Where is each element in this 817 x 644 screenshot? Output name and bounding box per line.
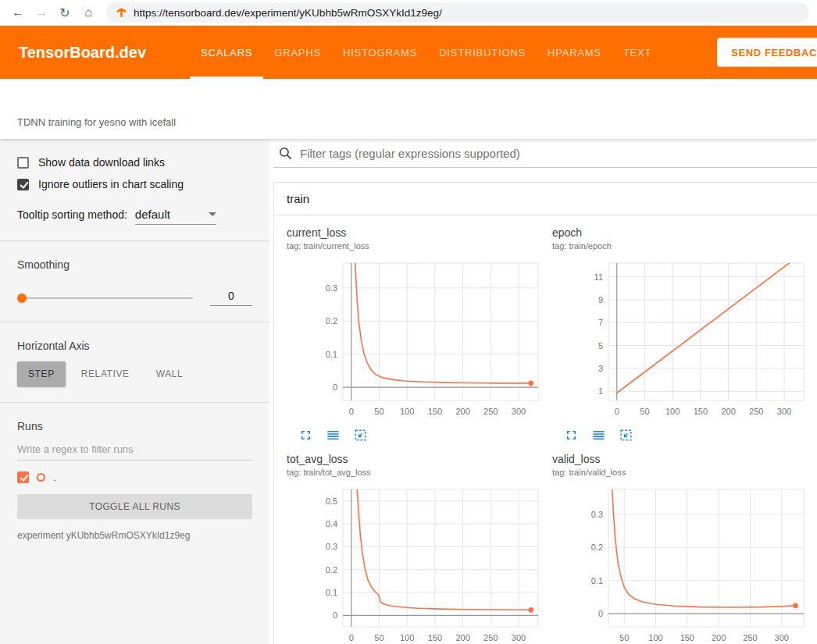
browser-reload-icon[interactable]: ↻	[55, 2, 75, 23]
tag-filter-input[interactable]	[300, 147, 812, 160]
svg-text:150: 150	[694, 407, 708, 416]
axis-relative-button[interactable]: RELATIVE	[70, 361, 141, 386]
axis-step-button[interactable]: STEP	[17, 361, 66, 386]
chart-card-valid-loss: valid_loss tag: train/valid_loss 5010015…	[552, 453, 817, 644]
line-chart[interactable]: 05010015020025030000.10.20.30.40.5	[309, 485, 543, 644]
svg-text:250: 250	[743, 633, 757, 642]
fullscreen-icon[interactable]	[562, 426, 580, 443]
chart-tag: tag: train/epoch	[552, 241, 817, 251]
chevron-down-icon	[209, 212, 216, 216]
data-table-icon[interactable]	[324, 426, 341, 443]
runs-filter-input[interactable]	[17, 439, 252, 461]
tab-graphs[interactable]: GRAPHS	[263, 26, 332, 79]
tab-hparams[interactable]: HPARAMS	[537, 26, 612, 79]
chart-toolbar	[297, 426, 552, 443]
svg-text:0.3: 0.3	[326, 542, 337, 551]
tab-histograms[interactable]: HISTOGRAMS	[332, 26, 428, 79]
line-chart[interactable]: 5010015020025030000.10.20.3	[574, 485, 808, 644]
app-header: TensorBoard.dev SCALARS GRAPHS HISTOGRAM…	[0, 26, 817, 79]
settings-sidebar: Show data download links Ignore outliers…	[0, 139, 269, 644]
dropdown-value: default	[135, 208, 170, 221]
checkbox-icon	[17, 157, 29, 169]
smoothing-label: Smoothing	[17, 258, 252, 271]
search-icon	[278, 146, 293, 161]
main-panel: train current_loss tag: train/current_lo…	[269, 139, 817, 644]
data-table-icon[interactable]	[590, 426, 607, 443]
chart-card-tot-avg-loss: tot_avg_loss tag: train/tot_avg_loss 050…	[287, 453, 552, 644]
tab-distributions[interactable]: DISTRIBUTIONS	[428, 26, 537, 79]
url-text: https://tensorboard.dev/experiment/yKUbh…	[134, 7, 442, 19]
svg-text:300: 300	[777, 407, 791, 416]
run-checkbox-icon[interactable]	[17, 471, 29, 483]
svg-text:0.2: 0.2	[326, 316, 337, 326]
experiment-description-band: TDNN training for yesno with icefall	[0, 79, 817, 139]
fit-domain-icon[interactable]	[617, 426, 634, 443]
svg-text:100: 100	[665, 407, 680, 416]
svg-text:0: 0	[615, 407, 619, 416]
tooltip-sorting-label: Tooltip sorting method:	[17, 208, 127, 221]
toggle-all-runs-button[interactable]: TOGGLE ALL RUNS	[17, 494, 252, 519]
fullscreen-icon[interactable]	[297, 426, 314, 443]
tab-scalars[interactable]: SCALARS	[190, 26, 263, 79]
svg-text:7: 7	[598, 318, 603, 327]
ignore-outliers-checkbox[interactable]: Ignore outliers in chart scaling	[17, 178, 252, 190]
tooltip-sorting-row: Tooltip sorting method: default	[17, 208, 252, 225]
chart-tag: tag: train/current_loss	[287, 241, 552, 251]
show-download-links-checkbox[interactable]: Show data download links	[17, 156, 252, 169]
tag-group-title[interactable]: train	[274, 183, 817, 215]
svg-text:11: 11	[594, 272, 603, 282]
nav-tabs: SCALARS GRAPHS HISTOGRAMS DISTRIBUTIONS …	[190, 26, 662, 79]
svg-text:50: 50	[640, 407, 649, 416]
svg-text:150: 150	[428, 633, 442, 642]
slider-thumb[interactable]	[17, 294, 27, 303]
browser-back-icon[interactable]: ←	[8, 2, 28, 23]
smoothing-slider-row: 0	[17, 290, 252, 306]
run-name: .	[53, 471, 56, 483]
svg-text:0.1: 0.1	[326, 350, 337, 359]
svg-text:0.3: 0.3	[591, 510, 603, 519]
smoothing-value-input[interactable]: 0	[210, 290, 252, 306]
svg-text:250: 250	[483, 633, 498, 642]
experiment-description: TDNN training for yesno with icefall	[17, 116, 176, 128]
run-row[interactable]: .	[17, 471, 252, 483]
browser-home-icon[interactable]: ⌂	[78, 2, 98, 23]
svg-text:200: 200	[455, 407, 469, 416]
svg-text:5: 5	[598, 341, 603, 350]
browser-forward-icon[interactable]: →	[31, 2, 52, 23]
svg-text:300: 300	[775, 633, 789, 642]
fit-domain-icon[interactable]	[351, 426, 369, 443]
svg-text:250: 250	[483, 407, 498, 416]
svg-text:0.5: 0.5	[326, 496, 337, 506]
svg-text:0: 0	[349, 633, 354, 642]
tooltip-sorting-dropdown[interactable]: default	[135, 208, 216, 225]
content: Show data download links Ignore outliers…	[0, 139, 817, 644]
line-chart[interactable]: 0501001502002503001357911	[574, 258, 808, 421]
chart-title: valid_loss	[552, 453, 817, 465]
axis-wall-button[interactable]: WALL	[145, 361, 194, 386]
address-bar[interactable]: https://tensorboard.dev/experiment/yKUbh…	[106, 2, 809, 23]
chart-tag: tag: train/tot_avg_loss	[287, 468, 552, 477]
svg-text:0.1: 0.1	[326, 588, 337, 597]
chart-title: epoch	[552, 226, 817, 239]
tag-filter-row	[273, 139, 817, 168]
line-chart[interactable]: 05010015020025030000.10.20.3	[309, 258, 543, 421]
svg-text:0.2: 0.2	[326, 565, 337, 575]
tab-text[interactable]: TEXT	[612, 26, 662, 79]
svg-text:0: 0	[598, 609, 603, 618]
svg-text:100: 100	[400, 633, 414, 642]
app-logo[interactable]: TensorBoard.dev	[19, 26, 146, 79]
charts-grid: current_loss tag: train/current_loss 050…	[274, 215, 817, 644]
axis-button-group: STEP RELATIVE WALL	[17, 361, 252, 386]
smoothing-slider[interactable]	[19, 297, 193, 299]
chart-title: tot_avg_loss	[287, 453, 552, 465]
send-feedback-button[interactable]: SEND FEEDBACK	[717, 38, 817, 67]
runs-label: Runs	[17, 420, 252, 432]
svg-text:300: 300	[512, 633, 526, 642]
experiment-id-caption: experiment yKUbhb5wRmOSXYkId1z9eg	[17, 530, 252, 541]
chart-title: current_loss	[287, 226, 552, 239]
svg-text:250: 250	[749, 407, 763, 416]
svg-text:3: 3	[598, 364, 603, 373]
run-color-icon	[37, 473, 45, 482]
svg-text:200: 200	[712, 633, 726, 642]
tensorboard-favicon	[116, 7, 127, 19]
